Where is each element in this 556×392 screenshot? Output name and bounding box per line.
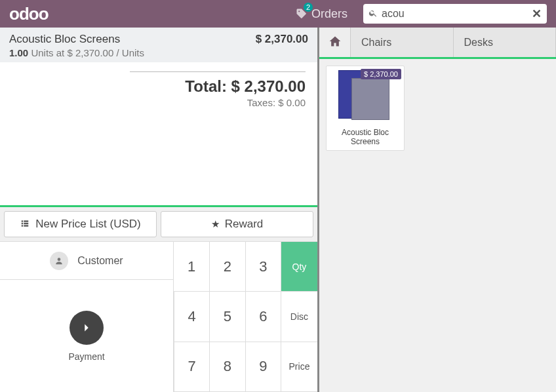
home-icon bbox=[328, 35, 342, 50]
action-pad: Customer Payment bbox=[0, 242, 174, 392]
list-icon bbox=[20, 219, 30, 230]
mode-qty[interactable]: Qty bbox=[281, 242, 317, 292]
orders-button[interactable]: 2 Orders bbox=[285, 0, 358, 28]
order-summary: Total: $ 2,370.00 Taxes: $ 0.00 bbox=[0, 62, 317, 113]
product-name: Acoustic Bloc Screens bbox=[327, 125, 404, 150]
orders-badge: 2 bbox=[304, 3, 313, 12]
control-buttons: New Price List (USD) ★ Reward bbox=[0, 207, 317, 241]
svg-rect-3 bbox=[24, 220, 28, 222]
orderline-sub: 1.00 Units at $ 2,370.00 / Units bbox=[9, 47, 144, 58]
search-box[interactable]: ✕ bbox=[363, 4, 547, 24]
search-icon bbox=[368, 9, 378, 20]
numpad-2[interactable]: 2 bbox=[209, 242, 245, 292]
reward-button[interactable]: ★ Reward bbox=[161, 211, 313, 237]
numpad-9[interactable]: 9 bbox=[245, 342, 281, 392]
numpad: 1 2 3 Qty 4 5 6 Disc 7 8 9 Price bbox=[174, 242, 317, 392]
orderline-name: Acoustic Bloc Screens bbox=[9, 33, 144, 46]
category-bar: Chairs Desks bbox=[319, 28, 556, 59]
category-desks[interactable]: Desks bbox=[454, 28, 557, 57]
svg-rect-2 bbox=[22, 225, 23, 226]
product-price-tag: $ 2,370.00 bbox=[361, 69, 401, 79]
order-taxes: Taxes: $ 0.00 bbox=[12, 97, 306, 108]
order-total: Total: $ 2,370.00 bbox=[12, 77, 306, 96]
order-line[interactable]: Acoustic Bloc Screens 1.00 Units at $ 2,… bbox=[0, 28, 317, 62]
product-image: $ 2,370.00 bbox=[327, 66, 404, 125]
star-icon: ★ bbox=[211, 218, 220, 230]
numpad-1[interactable]: 1 bbox=[174, 242, 209, 292]
person-icon bbox=[50, 252, 68, 270]
category-chairs[interactable]: Chairs bbox=[351, 28, 454, 57]
payment-button[interactable]: Payment bbox=[0, 280, 173, 392]
orders-label: Orders bbox=[311, 7, 348, 21]
numpad-5[interactable]: 5 bbox=[209, 292, 245, 342]
mode-price[interactable]: Price bbox=[281, 342, 317, 392]
numpad-4[interactable]: 4 bbox=[174, 292, 209, 342]
pad-area: Customer Payment 1 2 3 Qty 4 5 6 Disc 7 bbox=[0, 241, 317, 392]
mode-disc[interactable]: Disc bbox=[281, 292, 317, 342]
customer-button[interactable]: Customer bbox=[0, 242, 173, 280]
product-grid: $ 2,370.00 Acoustic Bloc Screens bbox=[319, 59, 556, 392]
pricelist-button[interactable]: New Price List (USD) bbox=[4, 211, 157, 237]
main: Acoustic Bloc Screens 1.00 Units at $ 2,… bbox=[0, 28, 556, 392]
order-lines: Acoustic Bloc Screens 1.00 Units at $ 2,… bbox=[0, 28, 317, 62]
left-panel: Acoustic Bloc Screens 1.00 Units at $ 2,… bbox=[0, 28, 319, 392]
category-home[interactable] bbox=[319, 28, 351, 57]
orderline-price: $ 2,370.00 bbox=[256, 33, 308, 58]
clear-search-icon[interactable]: ✕ bbox=[532, 7, 542, 21]
right-panel: Chairs Desks $ 2,370.00 Acoustic Bloc Sc… bbox=[319, 28, 556, 392]
svg-rect-4 bbox=[24, 222, 28, 224]
svg-point-6 bbox=[58, 258, 61, 261]
product-card[interactable]: $ 2,370.00 Acoustic Bloc Screens bbox=[326, 66, 405, 151]
numpad-8[interactable]: 8 bbox=[209, 342, 245, 392]
numpad-7[interactable]: 7 bbox=[174, 342, 209, 392]
svg-rect-0 bbox=[22, 220, 23, 222]
svg-rect-5 bbox=[24, 225, 28, 226]
svg-rect-1 bbox=[22, 222, 23, 224]
payment-label: Payment bbox=[68, 351, 104, 362]
customer-label: Customer bbox=[77, 255, 123, 267]
chevron-right-icon bbox=[70, 311, 104, 345]
brand-logo: odoo bbox=[0, 4, 58, 24]
search-input[interactable] bbox=[382, 8, 532, 20]
numpad-3[interactable]: 3 bbox=[245, 242, 281, 292]
tag-icon: 2 bbox=[296, 8, 308, 20]
numpad-6[interactable]: 6 bbox=[245, 292, 281, 342]
topbar: odoo 2 Orders ✕ bbox=[0, 0, 556, 28]
